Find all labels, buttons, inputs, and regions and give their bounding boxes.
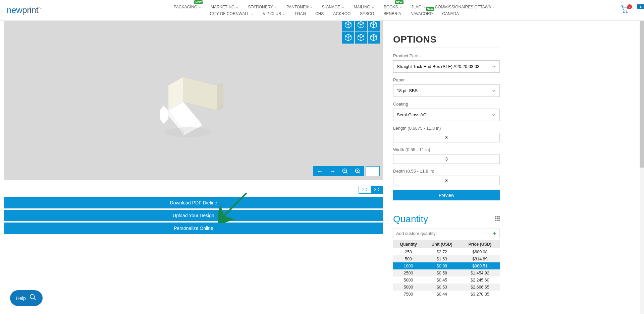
nav-item[interactable]: TGAG (294, 11, 306, 16)
new-badge: NEW (194, 0, 203, 4)
toggle-3d[interactable]: 3D (371, 186, 383, 193)
chevron-down-icon: ⌄ (423, 5, 426, 9)
grid-view-icon[interactable] (495, 216, 500, 222)
upload-design-button[interactable]: Upload Your Design (4, 210, 383, 221)
nav-item[interactable]: JLAG⌄ (412, 5, 426, 9)
qty-header-unit: Unit (USD) (424, 240, 460, 248)
svg-rect-23 (498, 218, 500, 219)
main-header: newprint™ PACKAGING⌄NEWMARKETING⌄STATION… (0, 0, 644, 21)
chevron-down-icon: ⌄ (399, 5, 402, 9)
nav-item[interactable]: SIGNAGE⌄ (322, 5, 344, 9)
zoom-in-button[interactable] (352, 166, 364, 176)
nav-item[interactable]: VIP CLUB⌄ (263, 11, 285, 16)
nav-item[interactable]: ACKROO (333, 11, 351, 16)
quantity-title: Quantity (393, 214, 428, 225)
quantity-row[interactable]: 7500$0.44$3,278.35 (393, 291, 500, 298)
product-parts-select[interactable]: Straight Tuck End Box (STE) A20.20.03.03 (393, 60, 500, 73)
quantity-row[interactable]: 5000$0.53$2,666.65 (393, 284, 500, 291)
product-3d-viewer[interactable]: ← → (4, 21, 383, 180)
quantity-row[interactable]: 2500$0.58$1,454.92 (393, 269, 500, 276)
svg-point-27 (30, 295, 35, 299)
nav-item[interactable]: PACKAGING⌄NEW (174, 5, 201, 9)
svg-rect-26 (498, 220, 500, 221)
depth-label: Depth (0.55 - 11.8 in) (393, 169, 500, 174)
new-badge: NEW (426, 7, 434, 11)
add-quantity-button[interactable]: + (490, 229, 499, 238)
nav-item[interactable]: SYSCO (360, 11, 374, 16)
view-angle-grid (342, 19, 380, 44)
nav-item[interactable]: STATIONERY⌄ (248, 5, 277, 9)
page-scrollbar[interactable] (640, 21, 644, 314)
cart-icon[interactable]: 0 (621, 6, 629, 15)
svg-line-14 (359, 172, 360, 174)
view-angle-6[interactable] (368, 32, 380, 44)
svg-rect-25 (497, 220, 498, 221)
custom-quantity-row: + (393, 229, 500, 238)
box-3d-render (150, 67, 237, 142)
personalize-online-button[interactable]: Personalize Online (4, 223, 383, 234)
quantity-row[interactable]: 500$1.63$814.89 (393, 255, 500, 262)
nav-item[interactable]: COMMISSIONAIRES OTTAWA⌄ (435, 5, 495, 9)
nav-item[interactable]: MARKETING⌄ (211, 5, 238, 9)
paper-label: Paper (393, 77, 500, 82)
chevron-down-icon: ⌄ (342, 5, 344, 9)
logo[interactable]: newprint™ (0, 5, 48, 15)
svg-marker-2 (183, 77, 217, 111)
toggle-2d[interactable]: 2D (359, 186, 371, 193)
download-dieline-button[interactable]: Download PDF Dieline (4, 197, 383, 208)
svg-point-0 (623, 12, 624, 13)
new-badge: NEW (395, 0, 404, 4)
viewer-thumbnail[interactable] (366, 166, 380, 176)
chevron-down-icon: ⌄ (282, 12, 285, 15)
svg-point-9 (165, 127, 212, 137)
view-mode-toggle: 2D 3D (359, 186, 383, 194)
divider (393, 48, 500, 48)
search-icon (29, 294, 37, 303)
width-input[interactable] (393, 154, 500, 164)
svg-rect-18 (495, 216, 496, 217)
custom-quantity-input[interactable] (393, 229, 490, 238)
quantity-row[interactable]: 250$2.72$680.08 (393, 248, 500, 255)
quantity-row[interactable]: 5000$0.45$2,245.60 (393, 276, 500, 284)
logo-part1: new (7, 5, 22, 15)
nav-item[interactable]: CHS (315, 11, 324, 16)
main-nav: PACKAGING⌄NEWMARKETING⌄STATIONERY⌄PANTON… (48, 5, 621, 16)
nav-item[interactable]: BENBRIA (383, 11, 401, 16)
chevron-down-icon: ⌄ (199, 5, 201, 9)
options-title: OPTIONS (393, 34, 500, 45)
help-button[interactable]: Help (10, 290, 43, 306)
svg-marker-4 (217, 83, 223, 111)
depth-input[interactable] (393, 176, 500, 185)
svg-rect-20 (498, 216, 500, 217)
svg-rect-22 (497, 218, 498, 219)
coating-select[interactable]: Semi-Gloss AQ (393, 109, 500, 121)
nav-item[interactable]: BOOKS⌄NEW (384, 5, 402, 9)
help-label: Help (16, 296, 26, 301)
nav-item[interactable]: CITY OF CORNWALL⌄ (210, 11, 253, 16)
nav-item[interactable]: CANADA (442, 11, 459, 16)
qty-header-quantity: Quantity (393, 240, 424, 248)
zoom-out-button[interactable] (339, 166, 352, 176)
rotate-right-button[interactable]: → (326, 166, 339, 176)
nav-item[interactable]: PANTONE®⌄ (286, 5, 313, 9)
scroll-top-button[interactable]: ▲ (637, 4, 644, 9)
nav-item[interactable]: NAVACORDNEW (411, 11, 433, 16)
paper-select[interactable]: 18 pt. SBS (393, 84, 500, 97)
rotate-left-button[interactable]: ← (313, 166, 326, 176)
svg-rect-21 (495, 218, 496, 219)
svg-rect-24 (495, 220, 496, 221)
chevron-down-icon: ⌄ (372, 5, 374, 9)
view-angle-4[interactable] (342, 32, 354, 44)
length-input[interactable] (393, 133, 500, 142)
quantity-row[interactable]: 1000$0.98$980.51 (393, 262, 500, 269)
svg-rect-19 (497, 216, 498, 217)
chevron-down-icon: ⌄ (236, 5, 238, 9)
left-panel: ← → 2D 3D Download PDF Dieline Upload Yo… (0, 21, 390, 314)
view-angle-5[interactable] (355, 32, 367, 44)
chevron-down-icon: ⌄ (492, 5, 495, 9)
preview-button[interactable]: Preview (393, 190, 500, 200)
right-panel: OPTIONS Product Parts Straight Tuck End … (390, 21, 510, 314)
nav-row-2: CITY OF CORNWALL⌄VIP CLUB⌄TGAGCHSACKROOS… (210, 11, 459, 16)
svg-point-1 (626, 12, 627, 13)
nav-item[interactable]: MAILING⌄ (354, 5, 374, 9)
